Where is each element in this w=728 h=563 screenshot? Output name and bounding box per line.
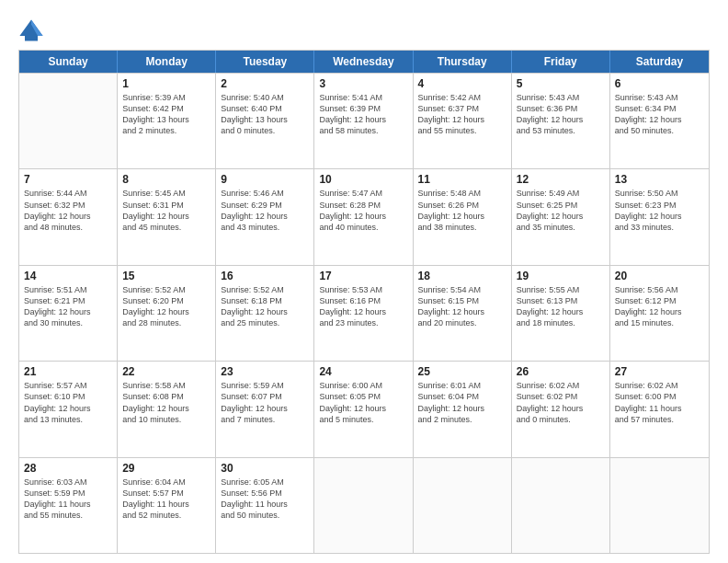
cal-cell-30: 30Sunrise: 6:05 AM Sunset: 5:56 PM Dayli… bbox=[216, 458, 314, 553]
logo bbox=[18, 17, 48, 42]
header-day-monday: Monday bbox=[118, 51, 216, 73]
cal-cell-empty-4-4 bbox=[414, 458, 512, 553]
cell-info: Sunrise: 5:43 AM Sunset: 6:34 PM Dayligh… bbox=[615, 92, 704, 137]
day-number: 7 bbox=[24, 173, 112, 186]
cell-info: Sunrise: 5:39 AM Sunset: 6:42 PM Dayligh… bbox=[122, 92, 210, 137]
day-number: 10 bbox=[319, 173, 407, 186]
day-number: 29 bbox=[122, 462, 210, 475]
cal-cell-23: 23Sunrise: 5:59 AM Sunset: 6:07 PM Dayli… bbox=[216, 362, 314, 456]
day-number: 21 bbox=[24, 365, 112, 378]
calendar: SundayMondayTuesdayWednesdayThursdayFrid… bbox=[18, 50, 710, 554]
cell-info: Sunrise: 5:59 AM Sunset: 6:07 PM Dayligh… bbox=[221, 380, 309, 425]
cal-cell-13: 13Sunrise: 5:50 AM Sunset: 6:23 PM Dayli… bbox=[610, 169, 709, 264]
week-row-4: 28Sunrise: 6:03 AM Sunset: 5:59 PM Dayli… bbox=[19, 457, 709, 553]
day-number: 17 bbox=[319, 270, 407, 282]
cell-info: Sunrise: 6:03 AM Sunset: 5:59 PM Dayligh… bbox=[24, 477, 112, 522]
day-number: 27 bbox=[615, 365, 704, 378]
cell-info: Sunrise: 5:51 AM Sunset: 6:21 PM Dayligh… bbox=[24, 284, 112, 329]
cell-info: Sunrise: 5:54 AM Sunset: 6:15 PM Dayligh… bbox=[418, 284, 506, 329]
cal-cell-16: 16Sunrise: 5:52 AM Sunset: 6:18 PM Dayli… bbox=[216, 266, 314, 361]
cal-cell-26: 26Sunrise: 6:02 AM Sunset: 6:02 PM Dayli… bbox=[512, 362, 610, 456]
day-number: 3 bbox=[319, 77, 407, 90]
cell-info: Sunrise: 5:47 AM Sunset: 6:28 PM Dayligh… bbox=[319, 188, 407, 233]
cal-cell-empty-0-0 bbox=[19, 74, 118, 168]
day-number: 26 bbox=[517, 365, 605, 378]
cal-cell-3: 3Sunrise: 5:41 AM Sunset: 6:39 PM Daylig… bbox=[314, 74, 413, 168]
cal-cell-12: 12Sunrise: 5:49 AM Sunset: 6:25 PM Dayli… bbox=[512, 169, 610, 264]
cell-info: Sunrise: 5:58 AM Sunset: 6:08 PM Dayligh… bbox=[122, 380, 210, 425]
day-number: 28 bbox=[24, 462, 112, 475]
day-number: 9 bbox=[221, 173, 309, 186]
cell-info: Sunrise: 6:02 AM Sunset: 6:02 PM Dayligh… bbox=[517, 380, 605, 425]
cal-cell-empty-4-5 bbox=[512, 458, 610, 553]
cal-cell-19: 19Sunrise: 5:55 AM Sunset: 6:13 PM Dayli… bbox=[512, 266, 610, 361]
page: SundayMondayTuesdayWednesdayThursdayFrid… bbox=[0, 0, 728, 563]
cal-cell-28: 28Sunrise: 6:03 AM Sunset: 5:59 PM Dayli… bbox=[19, 458, 118, 553]
day-number: 2 bbox=[221, 77, 309, 90]
cal-cell-9: 9Sunrise: 5:46 AM Sunset: 6:29 PM Daylig… bbox=[216, 169, 314, 264]
top-section bbox=[18, 17, 710, 42]
cell-info: Sunrise: 5:53 AM Sunset: 6:16 PM Dayligh… bbox=[319, 284, 407, 329]
cal-cell-21: 21Sunrise: 5:57 AM Sunset: 6:10 PM Dayli… bbox=[19, 362, 118, 456]
calendar-body: 1Sunrise: 5:39 AM Sunset: 6:42 PM Daylig… bbox=[19, 73, 709, 553]
cal-cell-17: 17Sunrise: 5:53 AM Sunset: 6:16 PM Dayli… bbox=[314, 266, 413, 361]
day-number: 6 bbox=[615, 77, 704, 90]
cal-cell-1: 1Sunrise: 5:39 AM Sunset: 6:42 PM Daylig… bbox=[118, 74, 216, 168]
header-day-sunday: Sunday bbox=[19, 51, 118, 73]
header-day-saturday: Saturday bbox=[610, 51, 709, 73]
cal-cell-14: 14Sunrise: 5:51 AM Sunset: 6:21 PM Dayli… bbox=[19, 266, 118, 361]
header-day-wednesday: Wednesday bbox=[314, 51, 413, 73]
cal-cell-24: 24Sunrise: 6:00 AM Sunset: 6:05 PM Dayli… bbox=[314, 362, 413, 456]
calendar-header: SundayMondayTuesdayWednesdayThursdayFrid… bbox=[19, 51, 709, 73]
day-number: 16 bbox=[221, 270, 309, 282]
day-number: 23 bbox=[221, 365, 309, 378]
cell-info: Sunrise: 5:50 AM Sunset: 6:23 PM Dayligh… bbox=[615, 188, 704, 233]
cell-info: Sunrise: 5:41 AM Sunset: 6:39 PM Dayligh… bbox=[319, 92, 407, 137]
cal-cell-15: 15Sunrise: 5:52 AM Sunset: 6:20 PM Dayli… bbox=[118, 266, 216, 361]
day-number: 4 bbox=[418, 77, 506, 90]
cal-cell-20: 20Sunrise: 5:56 AM Sunset: 6:12 PM Dayli… bbox=[610, 266, 709, 361]
cal-cell-5: 5Sunrise: 5:43 AM Sunset: 6:36 PM Daylig… bbox=[512, 74, 610, 168]
cal-cell-2: 2Sunrise: 5:40 AM Sunset: 6:40 PM Daylig… bbox=[216, 74, 314, 168]
cal-cell-7: 7Sunrise: 5:44 AM Sunset: 6:32 PM Daylig… bbox=[19, 169, 118, 264]
week-row-1: 7Sunrise: 5:44 AM Sunset: 6:32 PM Daylig… bbox=[19, 168, 709, 264]
cal-cell-11: 11Sunrise: 5:48 AM Sunset: 6:26 PM Dayli… bbox=[414, 169, 512, 264]
cell-info: Sunrise: 5:55 AM Sunset: 6:13 PM Dayligh… bbox=[517, 284, 605, 329]
cell-info: Sunrise: 6:00 AM Sunset: 6:05 PM Dayligh… bbox=[319, 380, 407, 425]
day-number: 1 bbox=[122, 77, 210, 90]
day-number: 13 bbox=[615, 173, 704, 186]
cell-info: Sunrise: 5:43 AM Sunset: 6:36 PM Dayligh… bbox=[517, 92, 605, 137]
cal-cell-25: 25Sunrise: 6:01 AM Sunset: 6:04 PM Dayli… bbox=[414, 362, 512, 456]
header-day-tuesday: Tuesday bbox=[216, 51, 314, 73]
cal-cell-10: 10Sunrise: 5:47 AM Sunset: 6:28 PM Dayli… bbox=[314, 169, 413, 264]
day-number: 18 bbox=[418, 270, 506, 282]
day-number: 8 bbox=[122, 173, 210, 186]
cal-cell-8: 8Sunrise: 5:45 AM Sunset: 6:31 PM Daylig… bbox=[118, 169, 216, 264]
cal-cell-29: 29Sunrise: 6:04 AM Sunset: 5:57 PM Dayli… bbox=[118, 458, 216, 553]
cell-info: Sunrise: 6:05 AM Sunset: 5:56 PM Dayligh… bbox=[221, 477, 309, 522]
day-number: 25 bbox=[418, 365, 506, 378]
cell-info: Sunrise: 6:02 AM Sunset: 6:00 PM Dayligh… bbox=[615, 380, 704, 425]
cal-cell-empty-4-3 bbox=[314, 458, 413, 553]
cal-cell-22: 22Sunrise: 5:58 AM Sunset: 6:08 PM Dayli… bbox=[118, 362, 216, 456]
day-number: 12 bbox=[517, 173, 605, 186]
cal-cell-empty-4-6 bbox=[610, 458, 709, 553]
cal-cell-27: 27Sunrise: 6:02 AM Sunset: 6:00 PM Dayli… bbox=[610, 362, 709, 456]
day-number: 24 bbox=[319, 365, 407, 378]
cell-info: Sunrise: 5:52 AM Sunset: 6:20 PM Dayligh… bbox=[122, 284, 210, 329]
cell-info: Sunrise: 5:44 AM Sunset: 6:32 PM Dayligh… bbox=[24, 188, 112, 233]
day-number: 14 bbox=[24, 270, 112, 282]
cell-info: Sunrise: 5:46 AM Sunset: 6:29 PM Dayligh… bbox=[221, 188, 309, 233]
cell-info: Sunrise: 6:04 AM Sunset: 5:57 PM Dayligh… bbox=[122, 477, 210, 522]
cal-cell-18: 18Sunrise: 5:54 AM Sunset: 6:15 PM Dayli… bbox=[414, 266, 512, 361]
cell-info: Sunrise: 5:42 AM Sunset: 6:37 PM Dayligh… bbox=[418, 92, 506, 137]
day-number: 19 bbox=[517, 270, 605, 282]
week-row-3: 21Sunrise: 5:57 AM Sunset: 6:10 PM Dayli… bbox=[19, 361, 709, 456]
cell-info: Sunrise: 5:45 AM Sunset: 6:31 PM Dayligh… bbox=[122, 188, 210, 233]
cal-cell-6: 6Sunrise: 5:43 AM Sunset: 6:34 PM Daylig… bbox=[610, 74, 709, 168]
cell-info: Sunrise: 6:01 AM Sunset: 6:04 PM Dayligh… bbox=[418, 380, 506, 425]
cell-info: Sunrise: 5:48 AM Sunset: 6:26 PM Dayligh… bbox=[418, 188, 506, 233]
header-day-friday: Friday bbox=[512, 51, 610, 73]
cell-info: Sunrise: 5:56 AM Sunset: 6:12 PM Dayligh… bbox=[615, 284, 704, 329]
cal-cell-4: 4Sunrise: 5:42 AM Sunset: 6:37 PM Daylig… bbox=[414, 74, 512, 168]
